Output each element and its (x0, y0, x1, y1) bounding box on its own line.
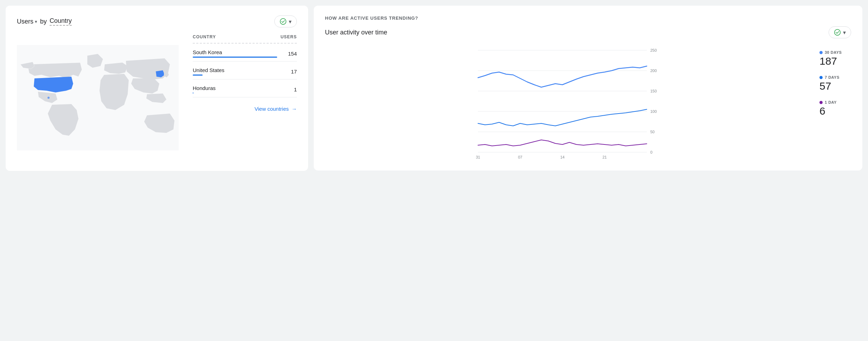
legend-1day-label: 1 DAY (819, 100, 851, 104)
legend-1day: 1 DAY 6 (819, 100, 851, 117)
view-countries-label: View countries (255, 106, 289, 112)
user-activity-header: User activity over time ▾ (325, 26, 851, 38)
svg-text:14: 14 (560, 155, 564, 159)
country-bar (193, 92, 193, 94)
col-country-header: COUNTRY (193, 34, 216, 40)
svg-text:200: 200 (650, 69, 657, 73)
activity-chart: 250 200 150 100 50 0 31 Dec 07 Jan 14 21 (325, 47, 814, 159)
chart-filter-button[interactable]: ▾ (829, 26, 851, 38)
users-count: 17 (291, 69, 297, 75)
legend-30days-label: 30 DAYS (819, 50, 851, 54)
table-row: United States 17 (193, 62, 297, 79)
chart-title: User activity over time (325, 29, 387, 36)
country-table: COUNTRY USERS South Korea 154 United Sta… (179, 34, 297, 112)
users-count: 1 (294, 86, 297, 92)
legend-dot-7days (819, 76, 823, 79)
line-1day (478, 140, 647, 146)
svg-point-0 (280, 19, 286, 25)
chart-area: 250 200 150 100 50 0 31 Dec 07 Jan 14 21 (325, 47, 851, 161)
usa-highlight (34, 77, 73, 92)
svg-text:50: 50 (650, 130, 655, 134)
country-bar (193, 57, 277, 58)
table-row: South Korea 154 (193, 44, 297, 62)
title-dropdown-icon[interactable]: ▾ (35, 19, 37, 24)
title-country: Country (50, 17, 72, 26)
svg-text:21: 21 (602, 155, 607, 159)
table-header: COUNTRY USERS (193, 34, 297, 44)
country-name: Honduras (193, 85, 216, 91)
arrow-right-icon: → (292, 106, 297, 112)
legend-30days-value: 187 (819, 55, 851, 67)
section-title: HOW ARE ACTIVE USERS TRENDING? (325, 15, 851, 21)
check-circle-icon (280, 18, 287, 25)
card-left-header: Users ▾ by Country ▾ (17, 15, 297, 27)
view-countries-link[interactable]: View countries → (193, 106, 297, 112)
country-name: South Korea (193, 49, 277, 55)
svg-text:31: 31 (476, 155, 480, 159)
svg-text:250: 250 (650, 48, 657, 52)
svg-text:0: 0 (650, 150, 652, 154)
users-count: 154 (288, 51, 297, 57)
svg-text:150: 150 (650, 89, 657, 93)
country-info: South Korea (193, 49, 277, 58)
check-circle-icon-right (834, 29, 841, 36)
svg-text:100: 100 (650, 109, 657, 114)
active-users-trending-card: HOW ARE ACTIVE USERS TRENDING? User acti… (314, 6, 862, 170)
chart-legend: 30 DAYS 187 7 DAYS 57 1 DAY 6 (819, 47, 851, 161)
country-bar (193, 75, 203, 76)
chevron-down-icon: ▾ (843, 29, 846, 36)
world-map (17, 34, 179, 161)
legend-dot-1day (819, 101, 823, 104)
chart-wrapper: 250 200 150 100 50 0 31 Dec 07 Jan 14 21 (325, 47, 814, 161)
svg-text:07: 07 (518, 155, 522, 159)
legend-7days-label: 7 DAYS (819, 75, 851, 79)
line-7days (478, 109, 647, 126)
country-info: Honduras (193, 85, 216, 94)
title-users: Users (17, 18, 33, 25)
filter-button[interactable]: ▾ (274, 15, 297, 27)
country-name: United States (193, 67, 224, 73)
title-by: by (40, 18, 47, 25)
svg-point-3 (835, 30, 841, 36)
col-users-header: USERS (281, 34, 297, 40)
legend-30days: 30 DAYS 187 (819, 50, 851, 67)
legend-1day-value: 6 (819, 105, 851, 117)
users-by-country-card: Users ▾ by Country ▾ (6, 6, 308, 171)
country-info: United States (193, 67, 224, 76)
line-30days (478, 66, 647, 87)
map-table-container: COUNTRY USERS South Korea 154 United Sta… (17, 34, 297, 161)
card-left-title: Users ▾ by Country (17, 17, 72, 26)
legend-7days: 7 DAYS 57 (819, 75, 851, 92)
chevron-down-icon: ▾ (289, 18, 292, 25)
svg-point-2 (47, 97, 50, 99)
table-row: Honduras 1 (193, 79, 297, 97)
legend-dot-30days (819, 51, 823, 54)
legend-7days-value: 57 (819, 80, 851, 92)
